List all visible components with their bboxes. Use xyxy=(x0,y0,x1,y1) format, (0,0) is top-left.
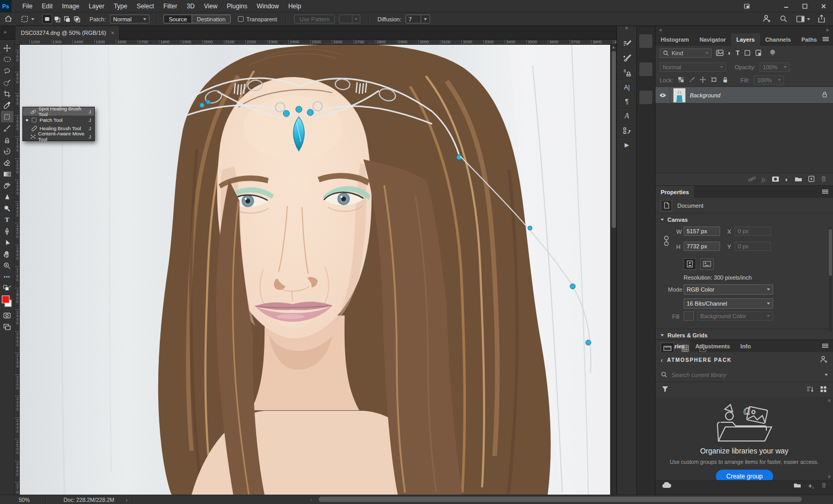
scroll-down-icon[interactable]: ∨ xyxy=(827,474,831,479)
panel-expand-icon[interactable]: » xyxy=(826,27,829,33)
filter-icon[interactable] xyxy=(662,386,668,393)
layer-lock-icon[interactable] xyxy=(822,91,828,99)
scrollbar-thumb[interactable] xyxy=(829,229,832,276)
smudge-tool-icon[interactable] xyxy=(1,180,14,191)
new-layer-icon[interactable] xyxy=(808,175,815,183)
add-user-icon[interactable] xyxy=(819,355,828,364)
bit-depth-dropdown[interactable]: 16 Bits/Channel xyxy=(684,298,773,309)
library-search-input[interactable] xyxy=(672,372,802,378)
brush-tool-icon[interactable] xyxy=(1,122,14,134)
edit-toolbar-icon[interactable]: ••• xyxy=(1,271,14,283)
cloud-sync-icon[interactable] xyxy=(662,482,671,489)
destination-button[interactable]: Destination xyxy=(192,15,231,23)
patch-mode-dropdown[interactable]: Normal xyxy=(110,15,149,23)
character-icon[interactable]: A| xyxy=(617,80,637,94)
use-pattern-button[interactable]: Use Pattern xyxy=(294,15,335,23)
path-selection-tool-icon[interactable] xyxy=(1,237,14,248)
pattern-picker-dropdown[interactable] xyxy=(339,15,360,23)
filter-shape-icon[interactable] xyxy=(744,49,751,57)
transparent-checkbox[interactable]: Transparent xyxy=(238,16,277,22)
menu-item[interactable]: Window xyxy=(252,0,284,12)
layer-name[interactable]: Background xyxy=(690,92,721,98)
canvas[interactable] xyxy=(20,45,610,495)
type-tool-icon[interactable]: T xyxy=(1,214,14,225)
document-tab[interactable]: DSC03274.dng @ 50% (RGB/16) × xyxy=(16,26,120,40)
blend-mode-dropdown[interactable]: Normal xyxy=(660,62,726,72)
patch-tool-icon[interactable] xyxy=(1,111,14,122)
new-selection-mode-icon[interactable] xyxy=(42,14,52,24)
screen-mode-icon[interactable] xyxy=(1,321,14,333)
color-swatches[interactable] xyxy=(1,294,14,310)
tab-paths[interactable]: Paths xyxy=(796,33,822,46)
width-field[interactable]: 5157 px xyxy=(684,226,720,236)
filter-image-icon[interactable] xyxy=(716,49,724,57)
canvas-section-header[interactable]: Canvas xyxy=(667,217,688,223)
delete-layer-icon[interactable] xyxy=(821,175,827,183)
filter-adjustment-icon[interactable]: ◐ xyxy=(728,49,731,57)
glyphs-icon[interactable]: A xyxy=(617,109,637,123)
flyout-item-content-aware-move[interactable]: Content-Aware Move Tool J xyxy=(23,132,94,141)
mode-dropdown[interactable]: RGB Color xyxy=(684,284,773,295)
scroll-left-icon[interactable]: ‹ xyxy=(310,497,312,502)
tab-channels[interactable]: Channels xyxy=(760,33,797,46)
subtract-selection-mode-icon[interactable] xyxy=(62,14,72,24)
menu-item[interactable]: Image xyxy=(57,0,84,12)
sort-icon[interactable] xyxy=(806,386,814,394)
panel-menu-icon[interactable] xyxy=(822,189,829,195)
share-icon[interactable] xyxy=(817,15,826,24)
rulers-grids-header[interactable]: Rulers & Grids xyxy=(667,332,708,338)
delete-icon[interactable] xyxy=(821,482,827,489)
workspace-icon[interactable] xyxy=(796,15,810,23)
link-layers-icon[interactable] xyxy=(748,176,756,183)
new-group-icon[interactable] xyxy=(794,176,802,183)
library-pack-title[interactable]: ATMOSPHERE PACK xyxy=(667,357,731,363)
scroll-up-icon[interactable]: ∧ xyxy=(827,398,831,403)
move-tool-icon[interactable] xyxy=(1,42,14,54)
portrait-orientation-icon[interactable] xyxy=(684,258,696,270)
properties-scrollbar[interactable] xyxy=(829,227,832,331)
source-button[interactable]: Source xyxy=(163,15,192,23)
fill-swatch[interactable] xyxy=(684,311,694,321)
gradient-tool-icon[interactable] xyxy=(1,168,14,180)
menu-item[interactable]: Edit xyxy=(37,0,57,12)
create-group-button[interactable]: Create group xyxy=(716,470,773,480)
lock-all-icon[interactable] xyxy=(722,77,728,84)
pen-tool-icon[interactable] xyxy=(1,225,14,237)
menu-item[interactable]: View xyxy=(199,0,222,12)
back-icon[interactable]: ‹ xyxy=(661,356,663,364)
layer-thumbnail[interactable] xyxy=(673,88,686,103)
section-collapse-icon[interactable] xyxy=(661,219,664,221)
crop-tool-icon[interactable] xyxy=(1,88,14,99)
brush-settings-icon[interactable] xyxy=(617,37,637,51)
clone-stamp-tool-icon[interactable] xyxy=(1,134,14,145)
link-dimensions-icon[interactable] xyxy=(664,234,669,249)
lock-paint-icon[interactable] xyxy=(689,77,695,84)
menu-item[interactable]: Layer xyxy=(84,0,109,12)
layer-style-fx-icon[interactable]: fx xyxy=(762,177,766,183)
y-field[interactable]: 0 px xyxy=(735,242,771,251)
diffusion-chevron[interactable] xyxy=(421,15,430,23)
add-selection-mode-icon[interactable] xyxy=(52,14,62,24)
panel-menu-icon[interactable] xyxy=(822,36,829,43)
maximize-icon[interactable] xyxy=(796,0,814,12)
panel-collapse-icon[interactable]: « xyxy=(659,27,662,33)
clone-source-icon[interactable] xyxy=(617,66,637,80)
grid-view-icon[interactable] xyxy=(820,386,827,394)
dock-collapse-icon[interactable]: « xyxy=(617,26,636,30)
tab-histogram[interactable]: Histogram xyxy=(655,33,694,46)
lock-artboard-icon[interactable] xyxy=(711,77,717,84)
menu-item[interactable]: 3D xyxy=(182,0,199,12)
object-selection-tool-icon[interactable] xyxy=(1,77,14,88)
section-collapse-icon[interactable] xyxy=(661,334,664,336)
minimize-icon[interactable] xyxy=(777,0,796,12)
zoom-tool-icon[interactable] xyxy=(1,260,14,271)
close-icon[interactable] xyxy=(814,0,833,12)
status-expand-icon[interactable]: › xyxy=(125,497,128,503)
toolbar-collapse-icon[interactable]: » xyxy=(4,29,7,35)
height-field[interactable]: 7732 px xyxy=(684,242,720,251)
horizontal-scrollbar-thumb[interactable] xyxy=(319,497,802,502)
add-mask-icon[interactable] xyxy=(772,176,779,183)
quick-mask-icon[interactable] xyxy=(1,310,14,321)
filter-type-icon[interactable]: T xyxy=(736,49,739,57)
tab-navigator[interactable]: Navigator xyxy=(694,33,731,46)
